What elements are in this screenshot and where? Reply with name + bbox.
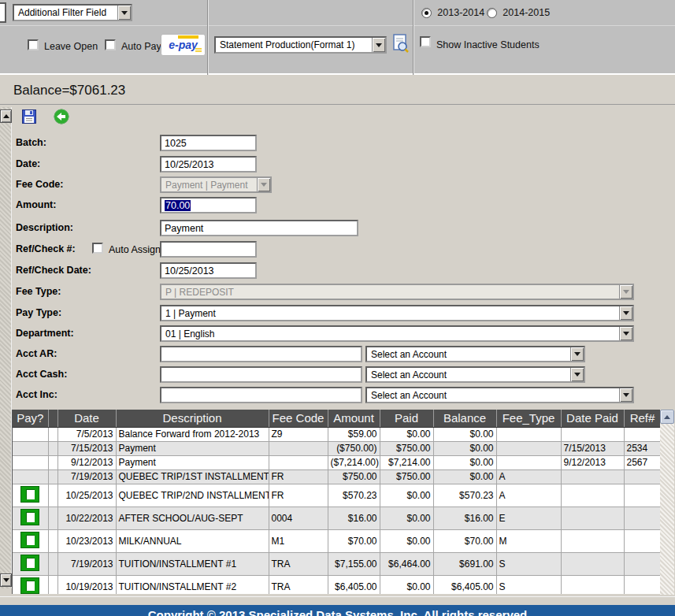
auto-pay-checkbox[interactable] xyxy=(105,39,116,50)
description-cell: MILK/ANNUAL xyxy=(116,529,269,552)
table-row: 10/23/2013MILK/ANNUALM1$70.00$0.00$70.00… xyxy=(13,529,660,552)
pay-checkbox[interactable] xyxy=(20,509,39,525)
pay-cell[interactable] xyxy=(13,529,48,552)
department-dropdown[interactable]: 01 | English xyxy=(160,325,634,342)
acct-cash-account-dropdown[interactable]: Select an Account xyxy=(365,366,585,383)
pay-type-dropdown[interactable]: 1 | Payment xyxy=(160,305,634,321)
footer-bar: Copyright © 2013 Specialized Data System… xyxy=(0,605,675,616)
col-header-fee-code[interactable]: Fee Code xyxy=(269,410,328,427)
date-cell: 7/5/2013 xyxy=(57,427,116,441)
acct-inc-account-dropdown[interactable]: Select an Account xyxy=(365,387,634,403)
pay-type-label: Pay Type: xyxy=(16,307,61,318)
fee-type-cell xyxy=(496,441,561,455)
pay-checkbox[interactable] xyxy=(20,532,39,548)
balance-cell: $0.00 xyxy=(433,427,496,441)
col-header-fee-type[interactable]: Fee_Type xyxy=(496,410,561,427)
ref-check-input[interactable] xyxy=(160,241,257,258)
auto-assign-checkbox[interactable] xyxy=(92,243,103,254)
chevron-down-icon xyxy=(619,285,632,299)
radio-icon[interactable] xyxy=(487,8,497,18)
table-header-row: Pay? Date Description Fee Code Amount Pa… xyxy=(13,410,660,427)
date-paid-cell xyxy=(561,552,624,575)
batch-input[interactable]: 1025 xyxy=(160,135,257,151)
ref-check-date-input[interactable]: 10/25/2013 xyxy=(160,262,257,279)
col-header-paid[interactable]: Paid xyxy=(380,410,433,427)
fee-code-label: Fee Code: xyxy=(16,179,63,190)
additional-filter-dropdown[interactable]: Additional Filter Field xyxy=(13,4,132,21)
table-row: 7/19/2013TUITION/INSTALLMENT #1TRA$7,155… xyxy=(13,552,660,575)
col-header-spacer xyxy=(48,410,57,427)
date-input[interactable]: 10/25/2013 xyxy=(160,156,257,173)
fee-code-cell: M1 xyxy=(269,529,328,552)
chevron-down-icon[interactable] xyxy=(619,388,632,402)
col-header-date-paid[interactable]: Date Paid xyxy=(561,410,624,427)
paid-cell: $750.00 xyxy=(380,441,433,455)
leave-open-checkbox[interactable] xyxy=(28,39,39,50)
epay-logo-icon[interactable]: e-pay xyxy=(161,34,206,56)
col-header-amount[interactable]: Amount xyxy=(328,410,380,427)
date-cell: 9/12/2013 xyxy=(57,455,116,469)
acct-inc-input[interactable] xyxy=(160,387,362,403)
amount-cell: $570.23 xyxy=(328,484,380,507)
col-header-ref[interactable]: Ref# xyxy=(624,410,660,427)
school-year-radio-2013-2014[interactable]: 2013-2014 xyxy=(421,7,484,18)
paid-cell: $0.00 xyxy=(380,507,433,529)
radio-icon[interactable] xyxy=(421,8,432,18)
acct-ar-input[interactable] xyxy=(160,346,362,362)
clipped-edge-control xyxy=(0,2,6,23)
balance-cell: $16.00 xyxy=(433,507,496,529)
acct-ar-account-value: Select an Account xyxy=(367,349,570,360)
table-scroll-up-button[interactable] xyxy=(660,410,674,424)
pay-cell[interactable] xyxy=(13,552,48,575)
statement-production-dropdown[interactable]: Statement Production(Format 1) xyxy=(214,36,387,54)
pay-checkbox[interactable] xyxy=(20,577,39,594)
back-icon[interactable] xyxy=(54,109,69,124)
chevron-down-icon[interactable] xyxy=(619,327,632,340)
description-input[interactable]: Payment xyxy=(160,220,358,236)
pay-checkbox[interactable] xyxy=(20,486,39,503)
date-field-row: Date: 10/25/2013 xyxy=(0,156,675,173)
amount-cell: $70.00 xyxy=(328,529,380,552)
scroll-down-button[interactable] xyxy=(0,573,12,587)
show-inactive-checkbox[interactable] xyxy=(420,36,431,47)
description-cell: TUITION/INSTALLMENT #1 xyxy=(116,552,269,575)
chevron-down-icon[interactable] xyxy=(117,6,131,20)
acct-inc-field-row: Acct Inc: Select an Account xyxy=(0,387,675,404)
date-cell: 10/23/2013 xyxy=(57,529,116,552)
chevron-down-icon[interactable] xyxy=(619,306,632,320)
top-toolbar: Additional Filter Field 2013-2014 2014-2… xyxy=(0,0,675,75)
col-header-date[interactable]: Date xyxy=(57,410,116,427)
selected-text: 70.00 xyxy=(165,200,191,211)
chevron-down-icon[interactable] xyxy=(372,38,385,52)
print-preview-icon[interactable] xyxy=(392,34,410,54)
amount-input[interactable]: 70.00 xyxy=(160,197,257,213)
balance-cell: $6,405.00 xyxy=(433,575,496,594)
chevron-down-icon[interactable] xyxy=(570,368,584,381)
pay-checkbox[interactable] xyxy=(20,555,39,571)
pay-cell[interactable] xyxy=(13,484,48,507)
chevron-down-icon[interactable] xyxy=(570,347,584,361)
scroll-up-button[interactable] xyxy=(0,109,12,123)
toolbar-row-1: Additional Filter Field 2013-2014 2014-2… xyxy=(0,0,675,26)
date-paid-cell xyxy=(561,427,624,441)
table-scrollbar[interactable] xyxy=(660,410,674,595)
col-header-pay[interactable]: Pay? xyxy=(13,410,48,427)
date-paid-cell xyxy=(561,469,624,484)
spacer-cell xyxy=(48,552,57,575)
save-icon[interactable] xyxy=(22,109,38,125)
pay-cell[interactable] xyxy=(13,575,48,594)
statement-production-label: Statement Production(Format 1) xyxy=(216,39,372,50)
school-year-radio-2014-2015[interactable]: 2014-2015 xyxy=(487,7,550,18)
table-row: 7/19/2013QUEBEC TRIP/1ST INSTALLMENTFR$7… xyxy=(13,469,660,484)
col-header-description[interactable]: Description xyxy=(116,410,269,427)
balance-cell: $570.23 xyxy=(433,484,496,507)
pay-cell[interactable] xyxy=(13,507,48,529)
table-row: 10/22/2013AFTER SCHOOL/AUG-SEPT0004$16.0… xyxy=(13,507,660,529)
description-cell: TUITION/INSTALLMENT #2 xyxy=(116,575,269,594)
pay-type-field-row: Pay Type: 1 | Payment xyxy=(0,305,675,322)
acct-cash-input[interactable] xyxy=(160,366,362,383)
col-header-balance[interactable]: Balance xyxy=(433,410,496,427)
ref-cell xyxy=(624,484,660,507)
amount-cell: $16.00 xyxy=(328,507,380,529)
acct-ar-account-dropdown[interactable]: Select an Account xyxy=(365,346,585,362)
